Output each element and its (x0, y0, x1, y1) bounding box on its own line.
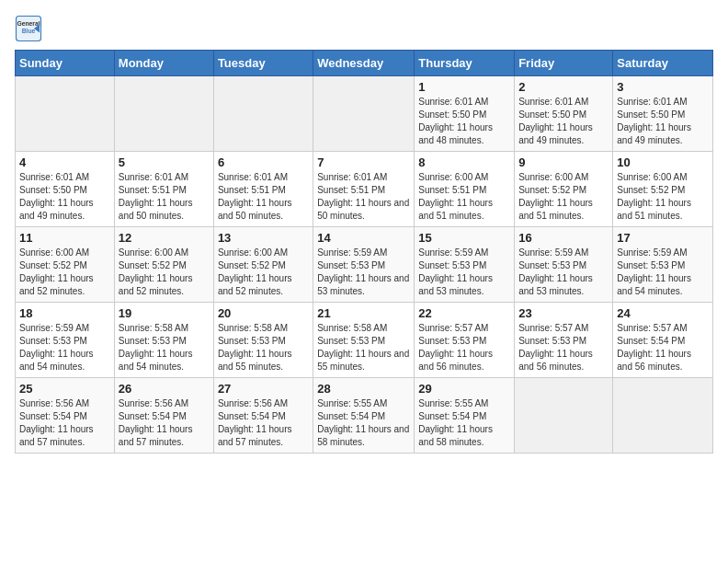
calendar-cell: 19Sunrise: 5:58 AM Sunset: 5:53 PM Dayli… (114, 303, 213, 378)
calendar-cell: 16Sunrise: 5:59 AM Sunset: 5:53 PM Dayli… (515, 227, 613, 303)
day-number: 10 (617, 155, 709, 169)
svg-text:Blue: Blue (22, 28, 36, 34)
day-info: Sunrise: 6:01 AM Sunset: 5:50 PM Dayligh… (19, 171, 110, 223)
day-number: 20 (218, 306, 309, 320)
day-info: Sunrise: 6:00 AM Sunset: 5:52 PM Dayligh… (19, 247, 110, 298)
calendar-cell: 17Sunrise: 5:59 AM Sunset: 5:53 PM Dayli… (613, 227, 713, 303)
calendar-table: SundayMondayTuesdayWednesdayThursdayFrid… (15, 50, 713, 454)
calendar-cell: 25Sunrise: 5:56 AM Sunset: 5:54 PM Dayli… (16, 378, 115, 454)
calendar-cell: 4Sunrise: 6:01 AM Sunset: 5:50 PM Daylig… (16, 152, 115, 227)
day-number: 25 (19, 382, 110, 396)
day-info: Sunrise: 5:56 AM Sunset: 5:54 PM Dayligh… (119, 397, 210, 449)
logo-icon: General Blue (15, 15, 42, 42)
day-info: Sunrise: 6:01 AM Sunset: 5:51 PM Dayligh… (119, 171, 210, 223)
day-number: 7 (317, 155, 410, 169)
day-info: Sunrise: 6:00 AM Sunset: 5:52 PM Dayligh… (119, 247, 210, 298)
calendar-cell: 27Sunrise: 5:56 AM Sunset: 5:54 PM Dayli… (213, 378, 313, 454)
calendar-week-2: 4Sunrise: 6:01 AM Sunset: 5:50 PM Daylig… (16, 152, 713, 227)
calendar-cell: 5Sunrise: 6:01 AM Sunset: 5:51 PM Daylig… (114, 152, 213, 227)
day-info: Sunrise: 6:01 AM Sunset: 5:50 PM Dayligh… (518, 96, 609, 147)
day-number: 17 (617, 231, 709, 245)
calendar-cell: 7Sunrise: 6:01 AM Sunset: 5:51 PM Daylig… (313, 152, 415, 227)
day-number: 1 (418, 80, 510, 94)
calendar-body: 1Sunrise: 6:01 AM Sunset: 5:50 PM Daylig… (16, 76, 713, 454)
day-info: Sunrise: 5:56 AM Sunset: 5:54 PM Dayligh… (19, 397, 110, 449)
calendar-cell: 22Sunrise: 5:57 AM Sunset: 5:53 PM Dayli… (415, 303, 515, 378)
day-info: Sunrise: 5:59 AM Sunset: 5:53 PM Dayligh… (518, 247, 609, 298)
day-info: Sunrise: 5:59 AM Sunset: 5:53 PM Dayligh… (617, 247, 709, 298)
calendar-cell (613, 378, 713, 454)
day-number: 14 (317, 231, 410, 245)
calendar-cell: 13Sunrise: 6:00 AM Sunset: 5:52 PM Dayli… (213, 227, 313, 303)
day-number: 19 (119, 306, 210, 320)
calendar-cell: 6Sunrise: 6:01 AM Sunset: 5:51 PM Daylig… (213, 152, 313, 227)
calendar-cell (515, 378, 613, 454)
day-number: 18 (19, 306, 110, 320)
day-info: Sunrise: 5:55 AM Sunset: 5:54 PM Dayligh… (317, 397, 410, 449)
day-number: 22 (418, 306, 510, 320)
day-number: 26 (119, 382, 210, 396)
day-info: Sunrise: 5:59 AM Sunset: 5:53 PM Dayligh… (19, 322, 110, 373)
day-info: Sunrise: 5:58 AM Sunset: 5:53 PM Dayligh… (317, 322, 410, 373)
day-info: Sunrise: 6:01 AM Sunset: 5:50 PM Dayligh… (418, 96, 510, 147)
calendar-cell (114, 76, 213, 152)
day-number: 24 (617, 306, 709, 320)
calendar-cell: 11Sunrise: 6:00 AM Sunset: 5:52 PM Dayli… (16, 227, 115, 303)
header-cell-sunday: Sunday (16, 51, 115, 76)
day-info: Sunrise: 6:01 AM Sunset: 5:51 PM Dayligh… (317, 171, 410, 223)
svg-text:General: General (17, 20, 40, 27)
calendar-header-row: SundayMondayTuesdayWednesdayThursdayFrid… (16, 51, 713, 76)
day-info: Sunrise: 6:00 AM Sunset: 5:52 PM Dayligh… (617, 171, 709, 223)
day-info: Sunrise: 6:01 AM Sunset: 5:51 PM Dayligh… (218, 171, 309, 223)
calendar-cell: 21Sunrise: 5:58 AM Sunset: 5:53 PM Dayli… (313, 303, 415, 378)
day-number: 23 (518, 306, 609, 320)
day-number: 21 (317, 306, 410, 320)
day-number: 13 (218, 231, 309, 245)
logo: General Blue (15, 15, 42, 42)
header-cell-saturday: Saturday (613, 51, 713, 76)
calendar-cell: 29Sunrise: 5:55 AM Sunset: 5:54 PM Dayli… (415, 378, 515, 454)
day-number: 4 (19, 155, 110, 169)
header-cell-monday: Monday (114, 51, 213, 76)
day-info: Sunrise: 6:00 AM Sunset: 5:51 PM Dayligh… (418, 171, 510, 223)
day-number: 28 (317, 382, 410, 396)
calendar-cell: 23Sunrise: 5:57 AM Sunset: 5:53 PM Dayli… (515, 303, 613, 378)
day-info: Sunrise: 5:57 AM Sunset: 5:53 PM Dayligh… (518, 322, 609, 373)
calendar-cell: 3Sunrise: 6:01 AM Sunset: 5:50 PM Daylig… (613, 76, 713, 152)
day-number: 5 (119, 155, 210, 169)
calendar-cell: 26Sunrise: 5:56 AM Sunset: 5:54 PM Dayli… (114, 378, 213, 454)
day-number: 29 (418, 382, 510, 396)
header-cell-thursday: Thursday (415, 51, 515, 76)
day-number: 3 (617, 80, 709, 94)
day-number: 6 (218, 155, 309, 169)
calendar-cell: 9Sunrise: 6:00 AM Sunset: 5:52 PM Daylig… (515, 152, 613, 227)
day-number: 9 (518, 155, 609, 169)
day-number: 15 (418, 231, 510, 245)
calendar-cell: 15Sunrise: 5:59 AM Sunset: 5:53 PM Dayli… (415, 227, 515, 303)
calendar-week-4: 18Sunrise: 5:59 AM Sunset: 5:53 PM Dayli… (16, 303, 713, 378)
day-info: Sunrise: 5:59 AM Sunset: 5:53 PM Dayligh… (317, 247, 410, 298)
day-number: 12 (119, 231, 210, 245)
day-info: Sunrise: 5:56 AM Sunset: 5:54 PM Dayligh… (218, 397, 309, 449)
day-info: Sunrise: 6:00 AM Sunset: 5:52 PM Dayligh… (218, 247, 309, 298)
calendar-cell: 10Sunrise: 6:00 AM Sunset: 5:52 PM Dayli… (613, 152, 713, 227)
calendar-cell: 12Sunrise: 6:00 AM Sunset: 5:52 PM Dayli… (114, 227, 213, 303)
calendar-cell: 1Sunrise: 6:01 AM Sunset: 5:50 PM Daylig… (415, 76, 515, 152)
day-info: Sunrise: 6:01 AM Sunset: 5:50 PM Dayligh… (617, 96, 709, 147)
calendar-cell: 28Sunrise: 5:55 AM Sunset: 5:54 PM Dayli… (313, 378, 415, 454)
header-cell-wednesday: Wednesday (313, 51, 415, 76)
day-info: Sunrise: 5:58 AM Sunset: 5:53 PM Dayligh… (119, 322, 210, 373)
calendar-cell: 14Sunrise: 5:59 AM Sunset: 5:53 PM Dayli… (313, 227, 415, 303)
calendar-week-5: 25Sunrise: 5:56 AM Sunset: 5:54 PM Dayli… (16, 378, 713, 454)
day-info: Sunrise: 5:58 AM Sunset: 5:53 PM Dayligh… (218, 322, 309, 373)
calendar-week-3: 11Sunrise: 6:00 AM Sunset: 5:52 PM Dayli… (16, 227, 713, 303)
day-number: 2 (518, 80, 609, 94)
day-info: Sunrise: 5:57 AM Sunset: 5:53 PM Dayligh… (418, 322, 510, 373)
calendar-cell (213, 76, 313, 152)
calendar-cell (313, 76, 415, 152)
day-number: 27 (218, 382, 309, 396)
calendar-cell: 18Sunrise: 5:59 AM Sunset: 5:53 PM Dayli… (16, 303, 115, 378)
day-number: 11 (19, 231, 110, 245)
day-info: Sunrise: 5:59 AM Sunset: 5:53 PM Dayligh… (418, 247, 510, 298)
day-number: 16 (518, 231, 609, 245)
